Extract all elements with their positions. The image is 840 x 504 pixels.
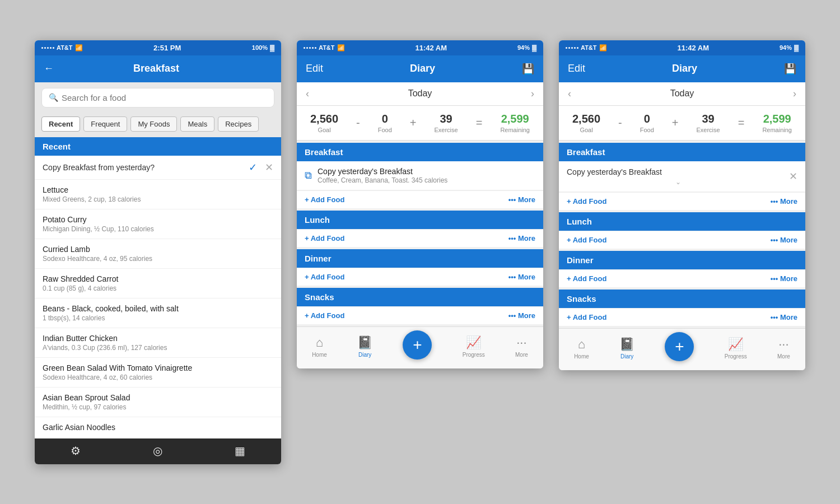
date-label-3: Today <box>670 88 694 99</box>
more-lunch-2[interactable]: ••• More <box>508 234 535 242</box>
status-left-1: AT&T 📶 <box>41 44 83 52</box>
nav-fab-2[interactable]: + <box>403 330 432 363</box>
snacks-actions-2: + Add Food ••• More <box>297 306 543 324</box>
battery-icon-3: ▓ <box>794 44 799 51</box>
add-food-lunch-3[interactable]: + Add Food <box>567 236 606 244</box>
food-value-2: 0 <box>378 113 392 125</box>
status-right-1: 100% ▓ <box>252 44 274 51</box>
more-snacks-2[interactable]: ••• More <box>508 311 535 320</box>
list-item[interactable]: Curried Lamb Sodexo Healthcare, 4 oz, 95… <box>35 239 281 269</box>
next-date-2[interactable]: › <box>531 88 534 100</box>
carrier-label-2: AT&T <box>319 44 335 51</box>
more-dinner-2[interactable]: ••• More <box>508 273 535 281</box>
search-box[interactable]: 🔍 <box>41 88 274 108</box>
dismiss-x-icon-3[interactable]: ✕ <box>789 170 797 183</box>
list-item[interactable]: Potato Curry Michigan Dining, ½ Cup, 110… <box>35 209 281 239</box>
dinner-actions-3: + Add Food ••• More <box>559 269 805 287</box>
exercise-value-3: 39 <box>697 113 720 125</box>
remaining-label-3: Remaining <box>762 127 792 133</box>
eq-op-2: = <box>476 116 483 129</box>
more-dinner-3[interactable]: ••• More <box>771 274 797 283</box>
list-item[interactable]: Asian Bean Sprout Salad Medithin, ½ cup,… <box>35 388 281 417</box>
plus-op-2: + <box>410 116 417 129</box>
nav-diary-3[interactable]: 📓 Diary <box>619 337 634 360</box>
add-food-breakfast-2[interactable]: + Add Food <box>305 195 344 204</box>
search-input[interactable] <box>62 93 267 102</box>
food-desc: A'viands, 0.3 Cup (236.6 ml), 127 calori… <box>43 344 273 352</box>
tab-meals[interactable]: Meals <box>180 116 214 132</box>
add-food-dinner-2[interactable]: + Add Food <box>305 273 344 281</box>
nav-progress-2[interactable]: 📈 Progress <box>463 335 485 358</box>
list-item[interactable]: Beans - Black, cooked, boiled, with salt… <box>35 298 281 328</box>
edit-button-2[interactable]: Edit <box>306 63 323 74</box>
add-food-snacks-3[interactable]: + Add Food <box>567 313 606 321</box>
back-button[interactable]: ← <box>44 63 54 74</box>
tab-frequent[interactable]: Frequent <box>83 116 127 132</box>
save-icon-2[interactable]: 💾 <box>522 63 534 75</box>
nav-home-2[interactable]: ⌂ Home <box>312 335 327 358</box>
prev-date-3[interactable]: ‹ <box>568 88 571 100</box>
dismiss-copy-row-3[interactable]: Copy yesterday's Breakfast ⌄ ✕ <box>559 161 805 192</box>
list-item[interactable]: Raw Shredded Carrot 0.1 cup (85 g), 4 ca… <box>35 269 281 298</box>
snacks-section-3: Snacks + Add Food ••• More <box>559 290 805 326</box>
bottom-nav-1: ⚙ ◎ ▦ <box>35 438 281 464</box>
copy-food-info-2: Copy yesterday's Breakfast Coffee, Cream… <box>318 167 535 184</box>
more-breakfast-3[interactable]: ••• More <box>771 197 797 206</box>
add-food-dinner-3[interactable]: + Add Food <box>567 274 606 283</box>
more-breakfast-2[interactable]: ••• More <box>508 195 535 204</box>
confirm-copy-icon[interactable]: ✓ <box>249 161 257 174</box>
nav-fab-3[interactable]: + <box>665 332 694 365</box>
copy-breakfast-row[interactable]: Copy Breakfast from yesterday? ✓ ✕ <box>35 156 281 180</box>
breakfast-header-3: Breakfast <box>559 143 805 161</box>
nav-progress-3[interactable]: 📈 Progress <box>725 337 747 360</box>
nav-home-3[interactable]: ⌂ Home <box>574 337 589 360</box>
lunch-body-2: + Add Food ••• More <box>297 229 543 247</box>
stat-food-2: 0 Food <box>378 113 392 133</box>
list-item[interactable]: Indian Butter Chicken A'viands, 0.3 Cup … <box>35 328 281 358</box>
exercise-label-2: Exercise <box>435 127 458 133</box>
list-item[interactable]: Green Bean Salad With Tomato Vinaigrette… <box>35 358 281 388</box>
food-desc: Medithin, ½ cup, 97 calories <box>43 403 273 411</box>
search-icon: 🔍 <box>49 93 58 102</box>
breakfast-body-2: ⧉ Copy yesterday's Breakfast Coffee, Cre… <box>297 161 543 208</box>
snacks-header-3: Snacks <box>559 290 805 308</box>
diary-bottom-nav-3: ⌂ Home 📓 Diary + 📈 Progress ··· More <box>559 328 805 370</box>
fab-button-2[interactable]: + <box>403 330 432 360</box>
list-item[interactable]: Lettuce Mixed Greens, 2 cup, 18 calories <box>35 180 281 209</box>
battery-label-1: 100% <box>252 44 268 51</box>
add-food-snacks-2[interactable]: + Add Food <box>305 311 344 320</box>
nav-diary-2[interactable]: 📓 Diary <box>357 335 372 358</box>
stat-goal-3: 2,560 Goal <box>572 113 600 133</box>
tab-my-foods[interactable]: My Foods <box>130 116 177 132</box>
lunch-section-3: Lunch + Add Food ••• More <box>559 212 805 249</box>
copy-yesterday-row-2[interactable]: ⧉ Copy yesterday's Breakfast Coffee, Cre… <box>297 161 543 190</box>
lunch-header-3: Lunch <box>559 212 805 231</box>
minus-op-3: - <box>618 116 622 129</box>
copy-icon-2: ⧉ <box>305 170 312 181</box>
stat-exercise-2: 39 Exercise <box>435 113 458 133</box>
plus-op-3: + <box>672 116 679 129</box>
diary-icon-2: 📓 <box>357 335 372 350</box>
more-lunch-3[interactable]: ••• More <box>771 236 797 244</box>
prev-date-2[interactable]: ‹ <box>306 88 309 100</box>
home-icon-2: ⌂ <box>316 335 323 350</box>
food-name: Beans - Black, cooked, boiled, with salt <box>43 304 273 313</box>
settings-icon[interactable]: ⚙ <box>71 444 81 458</box>
save-icon-3[interactable]: 💾 <box>784 63 796 75</box>
dismiss-copy-icon[interactable]: ✕ <box>265 161 273 174</box>
barcode-icon[interactable]: ▦ <box>235 444 245 458</box>
tab-recent[interactable]: Recent <box>41 116 80 132</box>
more-snacks-3[interactable]: ••• More <box>771 313 797 321</box>
tab-recipes[interactable]: Recipes <box>218 116 259 132</box>
add-food-breakfast-3[interactable]: + Add Food <box>567 197 606 206</box>
fab-button-3[interactable]: + <box>665 332 694 361</box>
check-circle-icon[interactable]: ◎ <box>153 444 162 458</box>
add-food-lunch-2[interactable]: + Add Food <box>305 234 344 242</box>
remaining-value-2: 2,599 <box>500 113 530 125</box>
edit-button-3[interactable]: Edit <box>568 63 585 74</box>
nav-more-3[interactable]: ··· More <box>777 337 790 360</box>
nav-more-2[interactable]: ··· More <box>515 335 528 358</box>
diary-bottom-nav-2: ⌂ Home 📓 Diary + 📈 Progress ··· More <box>297 326 543 368</box>
list-item[interactable]: Garlic Asian Noodles <box>35 417 281 438</box>
next-date-3[interactable]: › <box>793 88 796 100</box>
